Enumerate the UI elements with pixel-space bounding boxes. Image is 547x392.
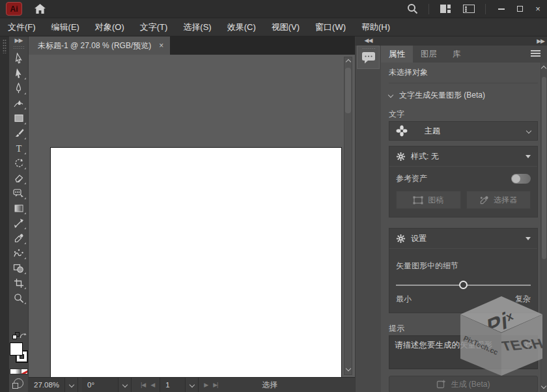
none-button[interactable] [21, 369, 27, 374]
tool-curvature[interactable] [10, 96, 27, 111]
panel-scrollbar[interactable] [540, 63, 547, 392]
settings-header[interactable]: 设置 [389, 229, 537, 249]
tab-libraries[interactable]: 库 [445, 46, 469, 63]
tool-direct-selection[interactable] [10, 66, 27, 81]
gradient-button[interactable] [16, 369, 21, 374]
tool-paintbrush[interactable] [10, 126, 27, 141]
menu-help[interactable]: 帮助(H) [354, 18, 398, 36]
artboard-dropdown-icon[interactable] [186, 378, 199, 392]
default-fill-stroke-icon[interactable] [10, 332, 27, 341]
tool-puppet-warp[interactable] [10, 245, 27, 260]
tool-selection[interactable] [10, 51, 27, 66]
settings-dropdown-icon[interactable] [526, 237, 531, 240]
canvas[interactable] [29, 55, 355, 377]
search-icon[interactable] [402, 1, 422, 17]
tool-rectangle[interactable] [10, 111, 27, 126]
previous-artboard-icon[interactable]: ◀ [150, 382, 154, 388]
menu-type[interactable]: 文字(T) [132, 18, 176, 36]
control-panel-icon[interactable] [459, 1, 479, 17]
lightbulb-icon[interactable] [524, 340, 533, 350]
zoom-dropdown-icon[interactable] [65, 378, 78, 392]
reference-assets-toggle[interactable] [511, 174, 531, 184]
artboard-number-field[interactable]: 1 [160, 378, 186, 392]
tool-eyedropper[interactable] [10, 231, 27, 245]
document-tab[interactable]: 未标题-1 @ 27.08 % (RGB/预览) × [29, 36, 170, 55]
subject-dropdown[interactable]: 主题 [389, 121, 538, 141]
dock-grip[interactable] [3, 39, 7, 53]
menu-view[interactable]: 视图(V) [264, 18, 307, 36]
toolbar-expand-icon[interactable]: ▶▶ [9, 36, 28, 44]
menu-effect[interactable]: 效果(C) [219, 18, 264, 36]
close-icon[interactable]: × [529, 0, 547, 18]
tool-discussion[interactable] [10, 186, 27, 201]
artboard[interactable] [50, 147, 342, 377]
panel-body: 未选择对象 文字生成矢量图形 (Beta) 文字 主题 样式: 无 参考资产 [381, 63, 540, 392]
gear-icon [396, 234, 406, 244]
next-artboard-icon[interactable]: ▶ [204, 382, 208, 388]
tool-rotate[interactable] [10, 156, 27, 171]
tool-type[interactable]: T [10, 141, 27, 156]
last-artboard-icon[interactable]: ▶| [213, 382, 217, 388]
home-icon[interactable] [30, 1, 49, 17]
maximize-icon[interactable] [511, 0, 529, 18]
artwork-button-label: 图稿 [428, 195, 443, 206]
menu-file[interactable]: 文件(F) [0, 18, 44, 36]
panel-collapse-icon[interactable]: ▶▶ [381, 36, 547, 46]
picker-button-label: 选择器 [494, 195, 517, 206]
settings-section: 设置 矢量图形中的细节 最小 复杂 [389, 228, 538, 313]
text-to-vector-section-header[interactable]: 文字生成矢量图形 (Beta) [389, 83, 538, 107]
style-dropdown-icon[interactable] [526, 155, 531, 158]
slider-thumb[interactable] [459, 281, 468, 289]
prompt-input[interactable] [389, 336, 537, 369]
panel-tab-bar: 属性 图层 库 [381, 46, 547, 63]
draw-mode-button[interactable] [14, 378, 23, 388]
generate-button[interactable]: 生成 (Beta) [389, 376, 538, 392]
first-artboard-icon[interactable]: |◀ [141, 382, 145, 388]
document-area: 未标题-1 @ 27.08 % (RGB/预览) × 27.08% 0° |◀ … [29, 36, 355, 392]
color-button[interactable] [10, 369, 16, 374]
scroll-down-icon[interactable] [541, 384, 546, 389]
detail-slider[interactable] [396, 281, 531, 290]
tab-properties[interactable]: 属性 [381, 46, 413, 63]
tool-eraser[interactable] [10, 171, 27, 186]
generate-icon [436, 380, 446, 389]
scrollbar-thumb[interactable] [542, 77, 546, 259]
tool-shape-builder[interactable] [10, 260, 27, 275]
comments-panel-button[interactable] [357, 46, 380, 69]
menu-edit[interactable]: 编辑(E) [44, 18, 87, 36]
scrollbar-thumb[interactable] [345, 68, 351, 113]
menu-bar: 文件(F) 编辑(E) 对象(O) 文字(T) 选择(S) 效果(C) 视图(V… [0, 18, 547, 36]
style-header[interactable]: 样式: 无 [389, 147, 537, 167]
workspace-switcher-icon[interactable] [436, 1, 455, 17]
minimize-icon[interactable] [492, 0, 511, 18]
tool-zoom[interactable] [10, 290, 27, 305]
fill-stroke-indicator[interactable] [9, 343, 29, 366]
picker-button[interactable]: 选择器 [466, 191, 531, 209]
menu-select[interactable]: 选择(S) [175, 18, 219, 36]
tool-gradient[interactable] [10, 201, 27, 216]
tool-pen[interactable] [10, 81, 27, 96]
fill-color-swatch[interactable] [10, 343, 23, 356]
section-chevron-icon[interactable] [388, 92, 393, 98]
scroll-down-icon[interactable] [345, 366, 350, 371]
menu-window[interactable]: 窗口(W) [307, 18, 354, 36]
document-tab-title: 未标题-1 @ 27.08 % (RGB/预览) [38, 40, 151, 51]
tool-width[interactable] [10, 216, 27, 231]
rotation-field[interactable]: 0° [82, 378, 119, 392]
menu-object[interactable]: 对象(O) [87, 18, 132, 36]
scroll-up-icon[interactable] [345, 59, 350, 64]
panel-menu-icon[interactable] [531, 50, 540, 58]
tool-artboard[interactable] [10, 275, 27, 290]
dock-collapse-icon[interactable]: ◀◀ [356, 36, 381, 46]
collapsed-panel-dock: ◀◀ [355, 36, 381, 392]
detail-max-label: 复杂 [515, 294, 531, 305]
artwork-button[interactable]: 图稿 [396, 191, 461, 209]
rotation-dropdown-icon[interactable] [119, 378, 132, 392]
zoom-level-field[interactable]: 27.08% [29, 378, 65, 392]
scroll-up-icon[interactable] [541, 66, 546, 71]
tab-close-icon[interactable]: × [159, 41, 163, 50]
toolbar-grip[interactable] [13, 46, 25, 49]
tab-layers[interactable]: 图层 [413, 46, 445, 63]
canvas-vertical-scrollbar[interactable] [344, 57, 352, 375]
titlebar-separator [428, 4, 429, 14]
